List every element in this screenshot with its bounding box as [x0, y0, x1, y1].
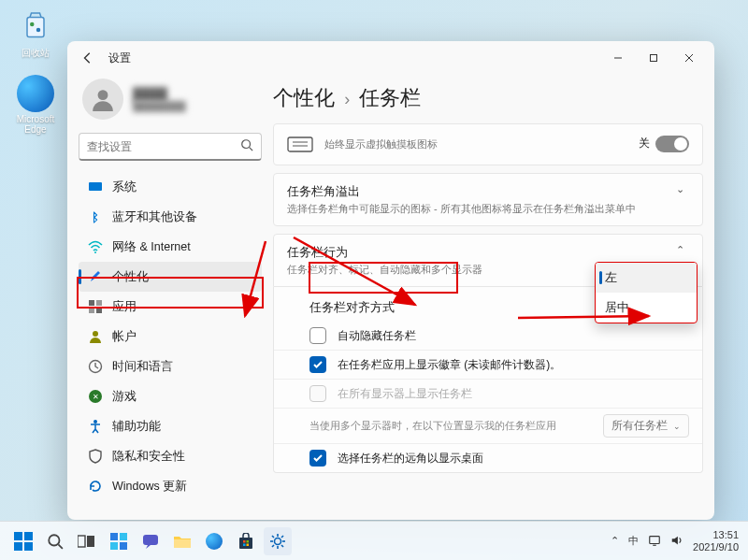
edge-label: Microsoft Edge	[17, 114, 55, 135]
taskbar-explorer[interactable]	[168, 527, 196, 555]
taskbar-widgets[interactable]	[105, 527, 133, 555]
sidebar-item-windows-update[interactable]: Windows 更新	[79, 471, 262, 501]
svg-rect-12	[89, 308, 94, 313]
auto-hide-label: 自动隐藏任务栏	[338, 328, 689, 344]
svg-line-50	[281, 545, 283, 547]
tray-date: 2021/9/10	[693, 541, 739, 553]
microsoft-edge[interactable]: Microsoft Edge	[9, 75, 62, 135]
gaming-icon: ✕	[88, 389, 103, 404]
svg-point-2	[36, 28, 41, 33]
panel-touch-keyboard[interactable]: 始终显示虚拟触摸板图标 关	[273, 123, 703, 165]
alignment-option-center[interactable]: 居中	[596, 293, 697, 323]
alignment-dropdown: 左 居中	[595, 262, 698, 323]
taskbar-taskview[interactable]	[73, 527, 101, 555]
search-input[interactable]	[87, 140, 240, 153]
behavior-title: 任务栏行为	[287, 244, 670, 261]
taskbar-edge[interactable]	[200, 527, 228, 555]
avatar	[82, 79, 123, 120]
taskbar-search[interactable]	[41, 527, 69, 555]
profile-name: ████	[133, 87, 186, 101]
svg-rect-36	[120, 542, 127, 550]
checkbox-checked[interactable]	[309, 356, 326, 373]
breadcrumb: 个性化 › 任务栏	[273, 79, 707, 123]
profile-email: ████████	[133, 101, 186, 111]
svg-rect-35	[110, 542, 118, 550]
back-button[interactable]	[75, 45, 101, 71]
window-close[interactable]	[671, 45, 707, 71]
row-far-corner-desktop[interactable]: 选择任务栏的远角以显示桌面	[274, 444, 702, 472]
chevron-right-icon: ›	[344, 90, 350, 108]
svg-rect-10	[89, 300, 94, 306]
window-maximize[interactable]	[636, 45, 671, 71]
sidebar-item-apps[interactable]: 应用	[79, 292, 262, 322]
svg-line-52	[272, 545, 274, 547]
overflow-sub: 选择任务栏角中可能显示的图标 - 所有其他图标将显示在任务栏角溢出菜单中	[287, 202, 670, 216]
svg-rect-39	[239, 538, 252, 549]
sidebar-item-accounts[interactable]: 帐户	[79, 322, 262, 352]
svg-point-6	[242, 140, 251, 149]
checkbox-disabled	[309, 385, 326, 402]
recycle-bin[interactable]: 回收站	[9, 4, 62, 60]
checkbox-checked[interactable]	[309, 450, 326, 467]
panel-corner-overflow[interactable]: 任务栏角溢出 选择任务栏角中可能显示的图标 - 所有其他图标将显示在任务栏角溢出…	[273, 173, 703, 226]
all-displays-label: 在所有显示器上显示任务栏	[338, 386, 689, 402]
sidebar-item-label: 网络 & Internet	[112, 239, 191, 255]
row-multi-display: 当使用多个显示器时，在以下位置显示我的任务栏应用 所有任务栏 ⌄	[274, 409, 702, 444]
svg-line-30	[58, 544, 63, 549]
settings-sidebar: ████ ████████ 系统 ᛒ 蓝牙和其他设备	[67, 75, 273, 520]
svg-rect-4	[651, 55, 657, 62]
tray-volume-icon[interactable]	[670, 534, 683, 549]
svg-point-1	[30, 22, 35, 27]
sidebar-item-gaming[interactable]: ✕ 游戏	[79, 381, 262, 411]
sidebar-item-personalization[interactable]: 个性化	[79, 262, 262, 292]
svg-rect-33	[110, 533, 118, 540]
shield-icon	[88, 449, 103, 464]
search-box[interactable]	[79, 133, 262, 161]
sidebar-item-system[interactable]: 系统	[79, 172, 262, 202]
edge-icon	[17, 75, 54, 112]
svg-point-5	[98, 90, 108, 100]
sidebar-item-bluetooth[interactable]: ᛒ 蓝牙和其他设备	[79, 202, 262, 232]
svg-rect-53	[650, 536, 660, 543]
tray-network-icon[interactable]	[648, 534, 661, 549]
sidebar-item-label: 个性化	[112, 269, 149, 285]
row-show-badges[interactable]: 在任务栏应用上显示徽章 (未读邮件计数器)。	[274, 351, 702, 380]
row-auto-hide[interactable]: 自动隐藏任务栏	[274, 322, 702, 351]
sidebar-item-accessibility[interactable]: 辅助功能	[79, 411, 262, 441]
alignment-label: 任务栏对齐方式	[287, 300, 568, 316]
sidebar-item-label: 时间和语言	[112, 359, 173, 375]
multi-display-combo[interactable]: 所有任务栏 ⌄	[603, 414, 689, 438]
accessibility-icon	[88, 419, 103, 434]
taskbar-store[interactable]	[232, 527, 260, 555]
alignment-option-left[interactable]: 左	[596, 263, 697, 293]
sidebar-item-network[interactable]: 网络 & Internet	[79, 232, 262, 262]
touch-keyboard-icon	[287, 132, 313, 155]
settings-window: 设置 ████ ████████	[67, 41, 714, 520]
sidebar-item-label: 帐户	[112, 329, 137, 345]
far-corner-label: 选择任务栏的远角以显示桌面	[338, 451, 689, 467]
svg-rect-43	[247, 543, 250, 546]
touch-keyboard-sub: 始终显示虚拟触摸板图标	[324, 137, 639, 151]
taskbar-settings[interactable]	[264, 527, 292, 555]
sidebar-item-time-language[interactable]: 时间和语言	[79, 352, 262, 381]
sidebar-item-privacy[interactable]: 隐私和安全性	[79, 441, 262, 471]
svg-rect-38	[174, 539, 191, 548]
tray-chevron-up-icon[interactable]: ⌃	[611, 535, 619, 547]
svg-rect-0	[27, 18, 44, 37]
option-label: 居中	[605, 300, 629, 316]
checkbox-unchecked[interactable]	[309, 327, 326, 344]
breadcrumb-a[interactable]: 个性化	[273, 86, 335, 109]
window-minimize[interactable]	[600, 45, 636, 71]
taskbar-chat[interactable]	[137, 527, 165, 555]
taskbar-start[interactable]	[9, 527, 37, 555]
svg-point-9	[94, 251, 96, 253]
tray-time: 13:51	[693, 529, 739, 541]
tray-clock[interactable]: 13:51 2021/9/10	[693, 529, 739, 553]
user-profile[interactable]: ████ ████████	[79, 75, 262, 133]
search-icon	[240, 138, 253, 154]
toggle-switch[interactable]	[655, 136, 689, 152]
recycle-bin-label: 回收站	[22, 48, 50, 58]
svg-point-14	[93, 331, 98, 337]
tray-ime[interactable]: 中	[628, 534, 639, 548]
svg-point-29	[49, 535, 59, 545]
